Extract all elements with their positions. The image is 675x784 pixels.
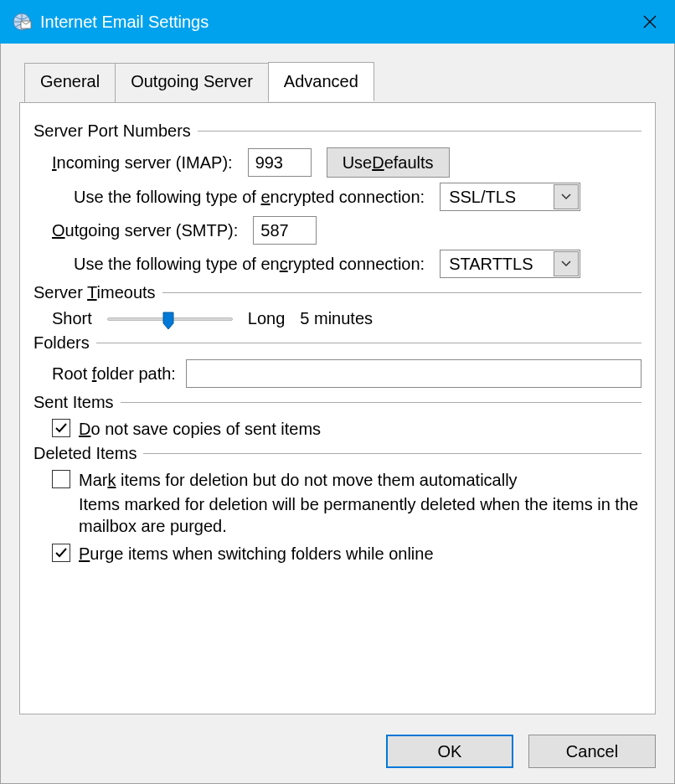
incoming-encryption-select[interactable]: SSL/TLS (440, 183, 580, 211)
divider (96, 343, 642, 343)
incoming-encryption-label: Use the following type of encrypted conn… (74, 188, 425, 207)
incoming-port-input[interactable] (248, 148, 312, 177)
row-root-folder: Root folder path: (33, 359, 642, 388)
app-icon (10, 10, 33, 34)
purge-checkbox[interactable] (52, 544, 70, 562)
row-timeout-slider: Short Long 5 minutes (33, 309, 642, 328)
tab-panel-advanced: Server Port Numbers Incoming server (IMA… (19, 102, 656, 714)
row-outgoing-server: Outgoing server (SMTP): (33, 216, 642, 245)
outgoing-encryption-label: Use the following type of encrypted conn… (74, 255, 425, 274)
timeout-long-label: Long (248, 309, 286, 328)
group-title: Folders (33, 333, 90, 353)
incoming-server-label: Incoming server (IMAP): (52, 153, 233, 173)
tab-general[interactable]: General (24, 63, 116, 102)
window-title: Internet Email Settings (40, 13, 625, 32)
tab-advanced[interactable]: Advanced (268, 62, 374, 101)
mark-for-deletion-label: Mark items for deletion but do not move … (79, 470, 518, 490)
mark-deletion-note: Items marked for deletion will be perman… (33, 493, 642, 537)
check-icon (54, 546, 68, 560)
timeout-short-label: Short (52, 309, 92, 328)
purge-label: Purge items when switching folders while… (79, 544, 434, 564)
group-server-timeouts: Server Timeouts (33, 283, 642, 302)
group-deleted-items: Deleted Items (33, 444, 642, 463)
check-icon (54, 421, 68, 435)
row-purge-when-switching: Purge items when switching folders while… (33, 544, 642, 564)
row-outgoing-encryption: Use the following type of encrypted conn… (33, 250, 642, 278)
row-dont-save-sent: Do not save copies of sent items (33, 419, 642, 439)
outgoing-port-input[interactable] (253, 216, 317, 245)
ok-button[interactable]: OK (386, 735, 513, 768)
close-button[interactable] (625, 0, 675, 44)
divider (198, 131, 642, 132)
group-title: Server Timeouts (33, 283, 156, 302)
dont-save-sent-checkbox[interactable] (52, 419, 70, 437)
outgoing-server-label: Outgoing server (SMTP): (52, 221, 238, 240)
root-folder-input[interactable] (186, 359, 642, 388)
chevron-down-icon (554, 251, 579, 276)
group-title: Sent Items (33, 393, 114, 412)
timeout-value: 5 minutes (300, 309, 373, 328)
chevron-down-icon (554, 184, 579, 209)
row-incoming-server: Incoming server (IMAP): Use Defaults (33, 147, 642, 178)
titlebar: Internet Email Settings (0, 0, 675, 44)
dont-save-sent-label: Do not save copies of sent items (79, 419, 321, 439)
dialog-footer: OK Cancel (386, 735, 656, 768)
group-sent-items: Sent Items (33, 393, 642, 412)
slider-thumb (162, 312, 174, 330)
mark-for-deletion-checkbox[interactable] (52, 470, 70, 488)
divider (143, 453, 642, 454)
group-title: Server Port Numbers (33, 121, 191, 141)
group-title: Deleted Items (33, 444, 137, 463)
group-server-port-numbers: Server Port Numbers (33, 121, 642, 141)
dialog-body: General Outgoing Server Advanced Server … (0, 44, 675, 784)
tab-outgoing-server[interactable]: Outgoing Server (115, 63, 269, 102)
cancel-button[interactable]: Cancel (528, 735, 656, 768)
close-icon (642, 14, 657, 29)
group-folders: Folders (33, 333, 642, 353)
use-defaults-button[interactable]: Use Defaults (327, 147, 450, 178)
root-folder-label: Root folder path: (52, 364, 176, 384)
timeout-slider[interactable] (107, 310, 233, 328)
divider (162, 292, 642, 293)
row-mark-for-deletion: Mark items for deletion but do not move … (33, 470, 642, 490)
row-incoming-encryption: Use the following type of encrypted conn… (33, 183, 642, 211)
outgoing-encryption-select[interactable]: STARTTLS (440, 250, 580, 278)
divider (121, 402, 642, 403)
tab-strip: General Outgoing Server Advanced (1, 44, 674, 101)
